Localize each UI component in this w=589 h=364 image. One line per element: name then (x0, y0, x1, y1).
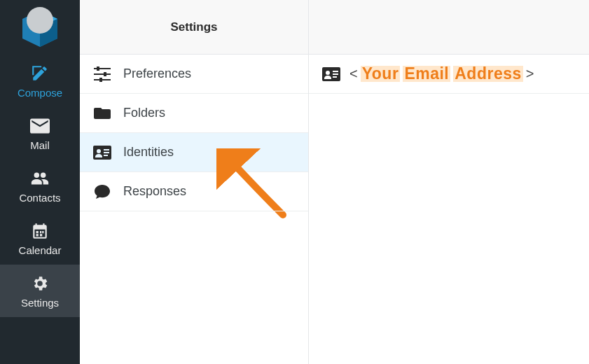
svg-point-19 (326, 71, 330, 75)
nav-calendar-label: Calendar (19, 244, 62, 256)
nav-settings[interactable]: Settings (0, 265, 80, 317)
contacts-icon (30, 169, 50, 188)
nav-compose-label: Compose (18, 87, 62, 99)
svg-rect-14 (104, 149, 109, 150)
gear-icon (30, 274, 50, 293)
svg-rect-7 (94, 74, 111, 75)
svg-rect-22 (333, 76, 337, 78)
settings-item-responses[interactable]: Responses (80, 172, 308, 211)
svg-point-13 (97, 149, 101, 153)
svg-rect-11 (99, 78, 102, 82)
identity-row[interactable]: < YourEmailAddress > (309, 55, 589, 94)
settings-item-label: Identities (123, 145, 174, 160)
id-card-icon (321, 64, 341, 84)
settings-item-preferences[interactable]: Preferences (80, 55, 308, 94)
svg-rect-21 (333, 74, 338, 75)
settings-item-label: Preferences (123, 66, 191, 81)
mail-icon (30, 117, 50, 135)
open-bracket: < (348, 66, 359, 82)
id-card-icon (92, 143, 112, 162)
svg-rect-9 (97, 66, 99, 71)
calendar-icon (30, 222, 50, 240)
svg-point-4 (34, 173, 39, 178)
svg-rect-6 (94, 68, 111, 69)
svg-rect-20 (333, 71, 338, 72)
settings-item-identities[interactable]: Identities (80, 133, 308, 172)
content-header (309, 0, 589, 55)
settings-item-label: Responses (123, 184, 186, 199)
svg-rect-10 (104, 72, 106, 76)
content-column: < YourEmailAddress > (309, 0, 589, 364)
settings-header: Settings (80, 0, 308, 55)
chat-bubble-icon (92, 182, 112, 202)
nav-contacts[interactable]: Contacts (0, 160, 80, 212)
identity-email-placeholder: YourEmailAddress (359, 64, 525, 83)
nav-settings-label: Settings (21, 297, 59, 309)
app-logo (0, 0, 80, 55)
nav-contacts-label: Contacts (19, 192, 60, 204)
settings-item-folders[interactable]: Folders (80, 94, 308, 133)
close-bracket: > (525, 66, 536, 82)
nav-compose[interactable]: Compose (0, 55, 80, 107)
settings-item-label: Folders (123, 106, 165, 120)
svg-point-3 (27, 7, 53, 34)
app-root: Compose Mail Contacts Calendar Settings (0, 0, 589, 364)
sliders-icon (92, 64, 112, 84)
nav-mail-label: Mail (30, 139, 50, 151)
svg-point-5 (41, 173, 46, 178)
nav-mail[interactable]: Mail (0, 107, 80, 160)
nav-calendar[interactable]: Calendar (0, 212, 80, 265)
main-navbar: Compose Mail Contacts Calendar Settings (0, 0, 80, 364)
folder-icon (92, 104, 112, 123)
logo-icon (15, 5, 64, 50)
compose-icon (30, 64, 50, 83)
svg-rect-16 (104, 155, 108, 156)
settings-list-column: Settings Preferences Folders Identities (80, 0, 309, 364)
svg-rect-15 (104, 152, 109, 153)
